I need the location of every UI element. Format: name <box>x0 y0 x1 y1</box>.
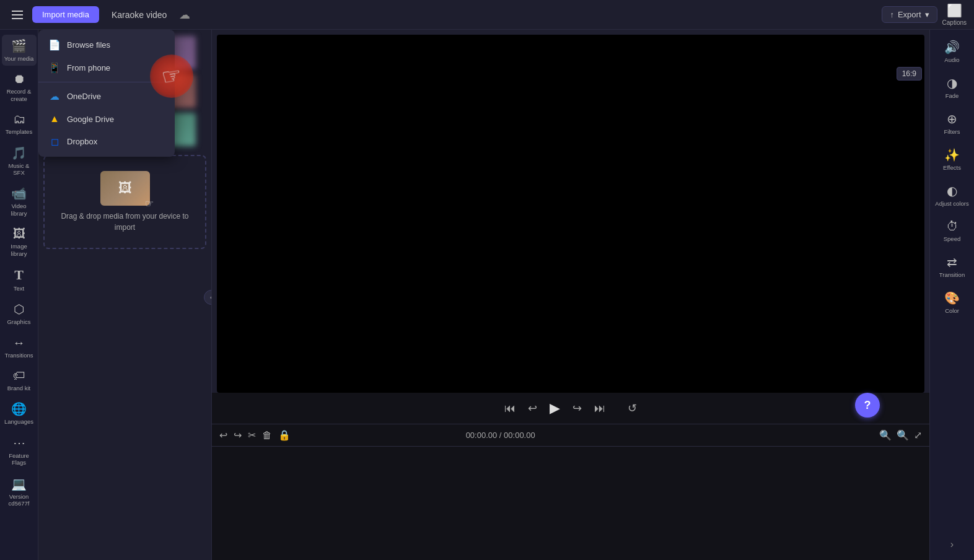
right-item-speed[interactable]: ⏱ Speed <box>932 214 972 247</box>
sidebar-item-label: Music & SFX <box>4 162 34 177</box>
templates-icon: 🗂 <box>13 112 25 126</box>
fit-timeline-button[interactable]: ⤢ <box>914 429 922 441</box>
google-drive-icon: ▲ <box>48 113 61 125</box>
skip-back-button[interactable]: ⏮ <box>504 402 516 415</box>
captions-button[interactable]: ⬜ Captions <box>942 3 967 26</box>
sidebar-item-label: Version cd5677f <box>4 493 34 507</box>
sidebar-item-video-library[interactable]: 📹 Video library <box>2 182 37 221</box>
zoom-out-button[interactable]: 🔍 <box>879 429 892 441</box>
delete-button[interactable]: 🗑 <box>262 430 272 441</box>
right-item-filters[interactable]: ⊕ Filters <box>932 107 972 140</box>
drop-zone[interactable]: 🖼 ☞ Drag & drop media from your device t… <box>43 155 206 249</box>
sidebar-item-label: Feature Flags <box>4 452 34 466</box>
right-item-label: Audio <box>944 56 959 63</box>
record-create-icon: ⏺ <box>13 72 25 86</box>
right-item-fade[interactable]: ◑ Fade <box>932 71 972 104</box>
timeline: ↩ ↪ ✂ 🗑 🔒 00:00.00 / 00:00.00 🔍 🔍 ⤢ <box>212 424 929 560</box>
redo-button[interactable]: ↪ <box>234 429 242 441</box>
from-phone-item[interactable]: 📱 From phone <box>38 56 175 79</box>
sidebar-item-label: Languages <box>4 418 33 425</box>
sidebar-item-music-sfx[interactable]: 🎵 Music & SFX <box>2 142 37 180</box>
cut-button[interactable]: ✂ <box>248 429 256 441</box>
loop-button[interactable]: ↺ <box>628 401 637 415</box>
dropbox-label: Dropbox <box>67 137 97 146</box>
right-item-label: Transition <box>939 271 965 278</box>
dropbox-item[interactable]: ◻ Dropbox <box>38 130 175 153</box>
right-item-label: Adjust colors <box>935 200 968 207</box>
fade-icon: ◑ <box>947 76 957 90</box>
sidebar-item-label: Video library <box>4 203 34 217</box>
text-icon: T <box>14 267 24 283</box>
sidebar-item-label: Record &create <box>7 88 32 102</box>
right-item-effects[interactable]: ✨ Effects <box>932 142 972 176</box>
aspect-ratio-badge[interactable]: 16:9 <box>897 67 922 81</box>
cloud-icon[interactable]: ☁ <box>179 8 190 22</box>
sidebar-item-version[interactable]: 💻 Version cd5677f <box>2 473 37 511</box>
sidebar-item-transitions[interactable]: ↔ Transitions <box>2 332 37 362</box>
transitions-icon: ↔ <box>13 336 25 350</box>
color-icon: 🎨 <box>944 291 960 305</box>
right-item-label: Color <box>945 307 959 314</box>
sidebar-item-image-library[interactable]: 🖼 Image library <box>2 223 37 261</box>
export-icon: ↑ <box>890 10 894 19</box>
sidebar-item-feature-flags[interactable]: ⋯ Feature Flags <box>2 432 37 470</box>
browse-files-item[interactable]: 📄 Browse files <box>38 33 175 56</box>
karaoke-video-tab[interactable]: Karaoke video <box>104 6 175 24</box>
right-item-color[interactable]: 🎨 Color <box>932 286 972 319</box>
export-button[interactable]: ↑ Export ▾ <box>882 6 937 23</box>
sidebar-item-brand-kit[interactable]: 🏷 Brand kit <box>2 365 37 395</box>
sidebar-item-graphics[interactable]: ⬡ Graphics <box>2 298 37 329</box>
import-media-button[interactable]: Import media <box>32 6 99 23</box>
frame-back-button[interactable]: ↩ <box>528 401 537 415</box>
right-item-label: Filters <box>944 128 960 135</box>
right-item-label: Fade <box>945 92 959 99</box>
filters-icon: ⊕ <box>947 112 957 126</box>
zoom-controls: 🔍 🔍 ⤢ <box>879 429 922 441</box>
hamburger-button[interactable] <box>7 5 27 25</box>
sidebar-item-label: Templates <box>6 128 32 135</box>
play-button[interactable]: ▶ <box>550 400 560 416</box>
right-collapse-button[interactable]: › <box>950 539 954 555</box>
your-media-icon: 🎬 <box>11 38 27 53</box>
google-drive-label: Google Drive <box>67 115 114 124</box>
sidebar-item-label: Transitions <box>4 352 33 359</box>
right-item-adjust-colors[interactable]: ◐ Adjust colors <box>932 178 972 212</box>
onedrive-item[interactable]: ☁ OneDrive <box>38 85 175 108</box>
sidebar-item-templates[interactable]: 🗂 Templates <box>2 108 37 139</box>
sidebar-item-your-media[interactable]: 🎬 Your media <box>2 35 37 66</box>
right-item-audio[interactable]: 🔊 Audio <box>932 35 972 68</box>
right-item-label: Speed <box>944 235 960 242</box>
right-item-transition[interactable]: ⇄ Transition <box>932 250 972 283</box>
sidebar-item-label: Brand kit <box>7 385 31 392</box>
collapse-panel-button[interactable]: ‹ <box>204 290 212 305</box>
lock-button[interactable]: 🔒 <box>278 429 291 441</box>
languages-icon: 🌐 <box>11 401 27 416</box>
file-icon: 📄 <box>48 39 61 51</box>
sidebar-item-languages[interactable]: 🌐 Languages <box>2 398 37 429</box>
feature-flags-icon: ⋯ <box>13 435 25 450</box>
sidebar-item-label: Graphics <box>7 318 30 325</box>
effects-icon: ✨ <box>944 147 960 162</box>
sidebar-item-text[interactable]: T Text <box>2 263 37 295</box>
image-placeholder-icon: 🖼 <box>118 180 132 196</box>
right-chevron-icon: › <box>950 539 954 549</box>
google-drive-item[interactable]: ▲ Google Drive <box>38 108 175 130</box>
drop-cursor-icon: ☞ <box>145 198 154 209</box>
help-button[interactable]: ? <box>855 393 880 418</box>
left-sidebar: 🎬 Your media ⏺ Record &create 🗂 Template… <box>0 30 38 560</box>
dropbox-icon: ◻ <box>48 136 61 147</box>
brand-kit-icon: 🏷 <box>13 369 25 383</box>
skip-forward-button[interactable]: ⏭ <box>594 402 605 415</box>
adjust-colors-icon: ◐ <box>947 183 957 198</box>
version-icon: 💻 <box>11 476 27 491</box>
export-chevron-icon: ▾ <box>925 10 929 19</box>
sidebar-item-record-create[interactable]: ⏺ Record &create <box>2 68 37 106</box>
right-item-label: Effects <box>943 164 961 171</box>
undo-button[interactable]: ↩ <box>219 429 227 441</box>
sidebar-item-label: Image library <box>4 243 34 257</box>
zoom-in-button[interactable]: 🔍 <box>897 429 909 441</box>
right-sidebar: 🔊 Audio ◑ Fade ⊕ Filters ✨ Effects ◐ Adj… <box>929 30 974 560</box>
video-section: 16:9 ⏮ ↩ ▶ ↪ ⏭ ↺ <box>212 30 929 424</box>
frame-forward-button[interactable]: ↪ <box>573 401 582 415</box>
import-dropdown-menu: 📄 Browse files 📱 From phone ☁ OneDrive ▲… <box>38 30 175 157</box>
